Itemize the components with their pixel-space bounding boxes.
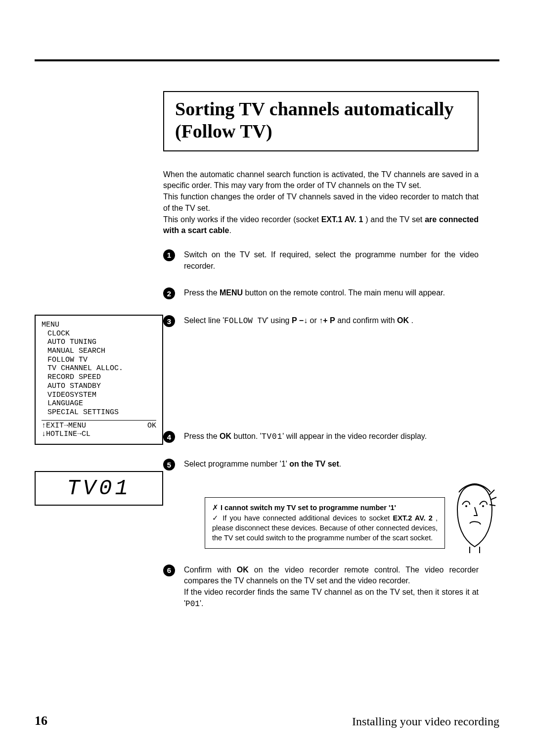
intro-p1: When the automatic channel search functi…	[163, 169, 479, 191]
osd-menu-item: RECORD SPEED	[47, 373, 156, 382]
step-number-2: 2	[163, 287, 184, 299]
note-row: ✗ I cannot switch my TV set to programme…	[163, 497, 479, 548]
intro-text: When the automatic channel search functi…	[163, 169, 479, 236]
osd-menu-item: AUTO STANDBY	[47, 382, 156, 391]
step-6-text: Confirm with OK on the video recorder re…	[184, 565, 479, 610]
svg-point-0	[465, 505, 467, 507]
osd-menu: MENU CLOCK AUTO TUNING MANUAL SEARCH FOL…	[35, 315, 163, 445]
step-number-4: 4	[163, 431, 184, 443]
osd-menu-item: AUTO TUNING	[47, 338, 156, 347]
step-3-text: Select line 'FOLLOW TV' using P −↓ or ↑+…	[184, 315, 479, 327]
step-number-1: 1	[163, 249, 184, 261]
svg-point-1	[482, 505, 484, 507]
osd-menu-item: FOLLOW TV	[47, 356, 156, 365]
osd-menu-item: CLOCK	[47, 330, 156, 338]
osd-menu-item: TV CHANNEL ALLOC.	[47, 364, 156, 373]
step-4: 4 Press the OK button. 'TV01' will appea…	[163, 431, 479, 443]
step-1-text: Switch on the TV set. If required, selec…	[184, 249, 479, 272]
step-1: 1 Switch on the TV set. If required, sel…	[163, 249, 479, 272]
page-title: Sorting TV channels automatically (Follo…	[175, 98, 467, 142]
osd-menu-footer: ↑EXIT→MENU OK	[42, 420, 156, 430]
section-label: Installing your video recording	[352, 715, 499, 728]
note-title-line: ✗ I cannot switch my TV set to programme…	[212, 503, 438, 513]
intro-p3: This only works if the video recorder (s…	[163, 214, 479, 236]
confused-face-icon	[450, 480, 499, 554]
troubleshoot-note: ✗ I cannot switch my TV set to programme…	[205, 497, 445, 548]
steps: 1 Switch on the TV set. If required, sel…	[163, 249, 479, 610]
step-2-text: Press the MENU button on the remote cont…	[184, 287, 479, 299]
osd-menu-item: VIDEOSYSTEM	[47, 391, 156, 400]
note-body: ✓ If you have connected additional devic…	[212, 513, 438, 543]
step-4-text: Press the OK button. 'TV01' will appear …	[184, 431, 479, 443]
step-number-6: 6	[163, 565, 184, 576]
page-footer: 16 Installing your video recording	[35, 713, 499, 728]
osd-menu-title: MENU	[42, 321, 156, 330]
recorder-display: TV01	[35, 471, 163, 506]
step-3: 3 Select line 'FOLLOW TV' using P −↓ or …	[163, 315, 479, 327]
title-box: Sorting TV channels automatically (Follo…	[163, 91, 479, 151]
step-number-3: 3	[163, 315, 184, 327]
page: Sorting TV channels automatically (Follo…	[0, 0, 534, 756]
osd-menu-footer-2: ↓HOTLINE→CL	[42, 430, 156, 439]
step-2: 2 Press the MENU button on the remote co…	[163, 287, 479, 299]
osd-menu-item: LANGUAGE	[47, 399, 156, 408]
step-6: 6 Confirm with OK on the video recorder …	[163, 565, 479, 610]
top-rule	[35, 59, 499, 61]
osd-menu-item: SPECIAL SETTINGS	[47, 408, 156, 417]
step-5: 5 Select programme number '1' on the TV …	[163, 459, 479, 471]
osd-menu-item: MANUAL SEARCH	[47, 347, 156, 356]
intro-p2: This function changes the order of TV ch…	[163, 191, 479, 214]
step-5-text: Select programme number '1' on the TV se…	[184, 459, 479, 470]
page-number: 16	[35, 713, 47, 728]
step-number-5: 5	[163, 459, 184, 471]
